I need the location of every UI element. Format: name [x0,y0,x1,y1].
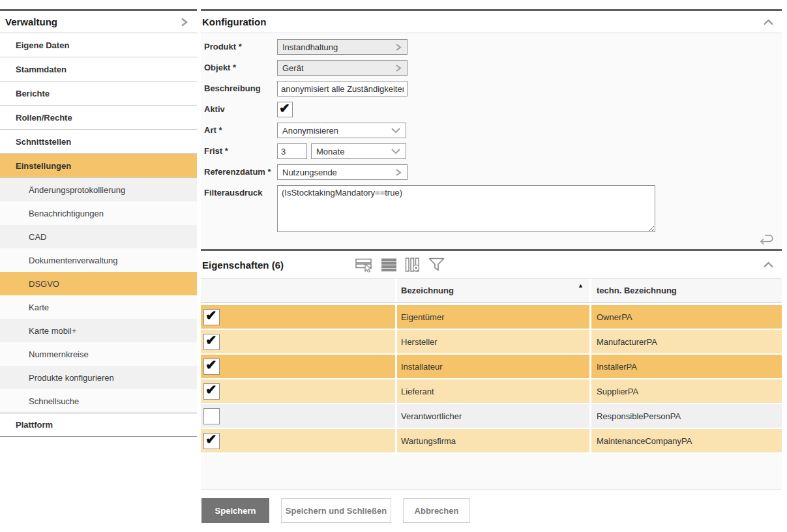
row-checkbox[interactable] [203,334,220,350]
cancel-button[interactable]: Abbrechen [403,498,470,523]
cell-techn-bezeichnung: SupplierPA [591,379,782,403]
filterausdruck-label: Filterausdruck [204,185,277,232]
row-checkbox[interactable] [203,408,220,424]
sidebar-item-benachrichtigungen[interactable]: Benachrichtigungen [0,201,197,225]
form-row-produkt: Produkt * Instandhaltung [204,39,782,55]
cell-techn-bezeichnung: ResponsiblePersonPA [591,404,782,428]
collapse-konfiguration-button[interactable] [763,18,774,25]
row-checkbox[interactable] [203,383,220,400]
konfiguration-form: Produkt * Instandhaltung Objekt * Gerät … [201,33,782,249]
referenzdatum-picker[interactable]: Nutzungsende [277,164,408,180]
form-row-objekt: Objekt * Gerät [204,60,782,76]
eigenschaften-title: Eigenschaften (6) [202,259,284,271]
sidebar-item-label: CAD [29,232,46,242]
sidebar-item-dokumentenverwaltung[interactable]: Dokumentenverwaltung [0,248,197,272]
sidebar-item-karte[interactable]: Karte [0,295,197,319]
sidebar-item-label: Plattform [16,420,53,430]
table-row[interactable]: Hersteller ManufacturerPA [201,330,782,353]
sidebar-item-schnellsuche[interactable]: Schnellsuche [0,389,197,413]
row-checkbox[interactable] [203,309,220,325]
table-footer-area [201,454,782,490]
chevron-right-icon [394,64,402,72]
action-bar: Speichern Speichern und Schließen Abbrec… [201,490,782,523]
sidebar-item-label: Dokumentenverwaltung [29,256,118,265]
table-row[interactable]: Installateur InstallerPA [201,355,782,378]
sidebar-item-rollen-rechte[interactable]: Rollen/Rechte [0,106,197,130]
cell-bezeichnung: Verantwortlicher [397,404,589,428]
sidebar-item-dsgvo[interactable]: DSGVO [0,272,197,295]
form-row-aktiv: Aktiv [204,102,782,117]
frist-unit-value: Monate [316,147,391,156]
form-row-referenzdatum: Referenzdatum * Nutzungsende [204,164,782,180]
sidebar-item-label: Berichte [16,89,50,98]
row-checkbox[interactable] [203,359,220,375]
beschreibung-input[interactable] [277,81,408,96]
beschreibung-label: Beschreibung [204,81,277,96]
table-header-row: Bezeichnung ▲ techn. Bezeichnung [201,279,782,303]
referenzdatum-value: Nutzungsende [282,168,394,177]
sidebar-item-label: Benachrichtigungen [29,209,104,218]
sidebar-item-einstellungen[interactable]: Einstellungen [0,154,197,178]
sidebar-item-label: Karte [29,303,49,312]
collapse-eigenschaften-button[interactable] [763,261,774,269]
sidebar-header[interactable]: Verwaltung [0,11,197,33]
save-and-close-button[interactable]: Speichern und Schließen [281,498,391,523]
chevron-up-icon [763,259,774,271]
sidebar-item-label: Nummernkreise [29,349,89,359]
sidebar-item-eigene-daten[interactable]: Eigene Daten [0,33,197,57]
eigenschaften-toolbar [355,258,445,273]
referenzdatum-label: Referenzdatum * [204,164,277,180]
cell-bezeichnung: Hersteller [397,330,589,353]
table-row[interactable]: Lieferant SupplierPA [201,379,782,403]
select-rows-icon[interactable] [355,258,374,273]
cell-bezeichnung: Eigentümer [397,305,589,329]
form-row-frist: Frist * Monate [204,143,782,159]
sidebar-item-stammdaten[interactable]: Stammdaten [0,57,197,81]
column-settings-icon[interactable] [404,258,421,273]
form-row-filterausdruck: Filterausdruck (IsStocktakingMandatory==… [204,185,782,232]
frist-input[interactable] [277,143,307,159]
cell-techn-bezeichnung: MaintenanceCompanyPA [591,429,782,452]
column-label: Bezeichnung [401,286,454,295]
produkt-label: Produkt * [204,39,277,55]
sidebar-item-plattform[interactable]: Plattform [0,413,197,437]
aktiv-label: Aktiv [204,102,277,117]
table-header-techn-bezeichnung[interactable]: techn. Bezeichnung [591,279,782,302]
sidebar-item-schnittstellen[interactable]: Schnittstellen [0,130,197,154]
table-row[interactable]: Eigentümer OwnerPA [201,305,782,329]
sidebar-item-label: Rollen/Rechte [16,113,72,123]
frist-unit-select[interactable]: Monate [311,143,406,159]
list-rows-icon[interactable] [381,258,397,273]
produkt-picker[interactable]: Instandhaltung [277,39,408,55]
sidebar-item-label: Schnellsuche [29,396,79,406]
aktiv-checkbox[interactable] [277,102,293,117]
sidebar-item-cad[interactable]: CAD [0,225,197,248]
frist-label: Frist * [204,143,277,159]
table-row[interactable]: Wartungsfirma MaintenanceCompanyPA [201,429,782,452]
sidebar: Verwaltung Eigene Daten Stammdaten Beric… [0,9,197,437]
art-value: Anonymisieren [282,126,391,136]
sidebar-item-nummernkreise[interactable]: Nummernkreise [0,342,197,366]
sidebar-item-label: Schnittstellen [16,137,71,147]
sidebar-item-label: Karte mobil+ [29,326,76,336]
sidebar-item-produkte-konfigurieren[interactable]: Produkte konfigurieren [0,366,197,389]
sort-ascending-icon: ▲ [578,282,584,289]
sidebar-item-karte-mobil[interactable]: Karte mobil+ [0,319,197,342]
filterausdruck-textarea[interactable]: (IsStocktakingMandatory==true) [277,185,655,232]
objekt-picker[interactable]: Gerät [277,60,408,76]
sidebar-item-aenderungsprotokollierung[interactable]: Änderungsprotokollierung [0,178,197,201]
save-button[interactable]: Speichern [201,498,269,523]
undo-button[interactable] [758,233,774,245]
table-header-bezeichnung[interactable]: Bezeichnung ▲ [397,279,589,302]
sidebar-item-label: Eigene Daten [16,40,69,50]
objekt-label: Objekt * [204,60,277,76]
sidebar-item-berichte[interactable]: Berichte [0,81,197,106]
filter-icon[interactable] [428,258,445,273]
cell-techn-bezeichnung: OwnerPA [591,305,782,329]
table-row[interactable]: Verantwortlicher ResponsiblePersonPA [201,404,782,428]
row-checkbox[interactable] [203,433,220,449]
sidebar-item-label: Produkte konfigurieren [29,373,114,383]
art-select[interactable]: Anonymisieren [277,123,406,138]
form-row-art: Art * Anonymisieren [204,123,782,138]
sidebar-item-label: Einstellungen [16,161,71,171]
